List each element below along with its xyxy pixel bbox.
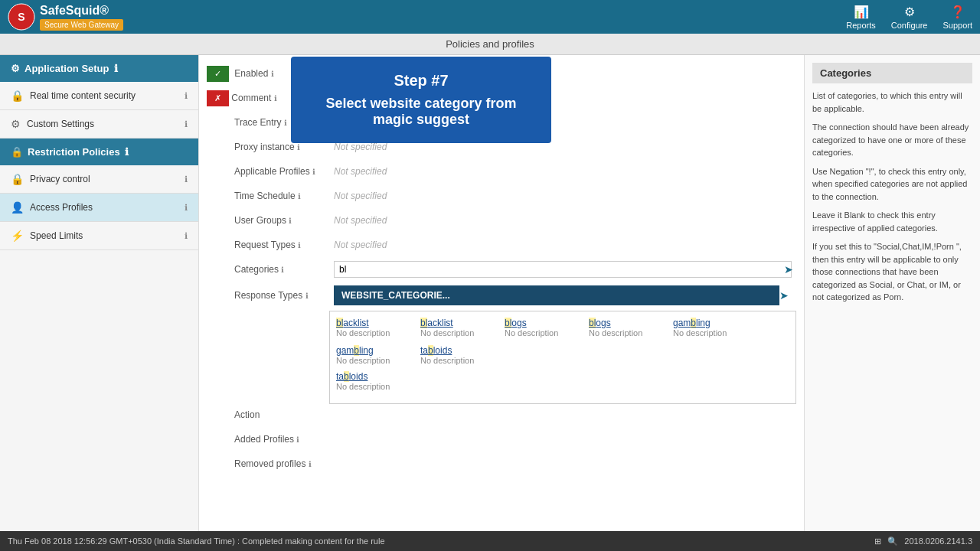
request-types-label: Request Types ℹ bbox=[207, 240, 329, 250]
suggestion-blacklist2[interactable]: blacklist No description bbox=[420, 318, 497, 337]
suggestion-blacklist1[interactable]: blacklist No description bbox=[336, 318, 413, 337]
added-profiles-label: Added Profiles ℹ bbox=[207, 434, 329, 445]
help-icon-sl: ℹ bbox=[185, 231, 188, 241]
category-dropdown-header[interactable]: WEBSITE_CATEGORIE... bbox=[334, 285, 779, 305]
applicable-profiles-help: ℹ bbox=[312, 168, 315, 176]
header-nav: 📊 Reports ⚙ Configure ❓ Support bbox=[846, 5, 972, 30]
category-suggestions: blacklist No description blacklist No de… bbox=[329, 311, 796, 404]
request-types-help: ℹ bbox=[298, 241, 301, 249]
trace-entry-help: ℹ bbox=[284, 119, 287, 127]
applicable-profiles-value: Not specified bbox=[329, 162, 796, 181]
action-row: Action bbox=[207, 404, 796, 425]
right-panel-para-1: List of categories, to which this entry … bbox=[812, 90, 972, 115]
categories-input[interactable] bbox=[334, 261, 792, 278]
right-panel-para-3: Use Negation "!", to check this entry on… bbox=[812, 165, 972, 204]
logo-sub: Secure Web Gateway bbox=[40, 19, 123, 31]
response-types-send-icon[interactable]: ➤ bbox=[779, 289, 789, 302]
help-icon-pc: ℹ bbox=[185, 174, 188, 184]
user-groups-row: User Groups ℹ Not specified bbox=[207, 210, 796, 231]
status-icon-1[interactable]: ⊞ bbox=[874, 536, 881, 546]
categories-send-icon[interactable]: ➤ bbox=[784, 263, 793, 276]
request-types-row: Request Types ℹ Not specified bbox=[207, 234, 796, 256]
suggestion-gambling1[interactable]: gambling No description bbox=[673, 318, 750, 337]
response-types-label: Response Types ℹ bbox=[207, 290, 329, 301]
removed-profiles-value bbox=[329, 455, 796, 473]
header: S SafeSquid® Secure Web Gateway 📊 Report… bbox=[0, 0, 980, 34]
time-schedule-help: ℹ bbox=[298, 192, 301, 201]
suggestion-row-2: tabloids No description bbox=[336, 371, 789, 391]
right-panel-title: Categories bbox=[812, 63, 972, 83]
logo-icon: S bbox=[8, 3, 35, 31]
suggestion-blogs2[interactable]: blogs No description bbox=[589, 318, 665, 337]
right-panel-para-4: Leave it Blank to check this entry irres… bbox=[812, 209, 972, 234]
user-groups-help: ℹ bbox=[289, 217, 292, 225]
sidebar: ⚙ Application Setup ℹ 🔒 Real time conten… bbox=[0, 55, 199, 531]
added-profiles-value bbox=[329, 430, 796, 448]
page-title: Policies and profiles bbox=[446, 38, 534, 50]
sidebar-item-privacy-control[interactable]: 🔒 Privacy control ℹ bbox=[0, 165, 198, 194]
right-panel: Categories List of categories, to which … bbox=[804, 55, 980, 531]
comment-icon[interactable]: ✗ bbox=[207, 90, 229, 106]
tooltip-step: Step #7 bbox=[314, 72, 528, 90]
sidebar-item-custom-settings[interactable]: ⚙ Custom Settings ℹ bbox=[0, 110, 198, 139]
right-panel-para-5: If you set this to "Social,Chat,IM,!Porn… bbox=[812, 240, 972, 304]
categories-help: ℹ bbox=[281, 266, 284, 274]
sidebar-item-speed-limits[interactable]: ⚡ Speed Limits ℹ bbox=[0, 222, 198, 250]
comment-help: ℹ bbox=[274, 94, 277, 103]
applicable-profiles-row: Applicable Profiles ℹ Not specified bbox=[207, 161, 796, 182]
help-icon-cs: ℹ bbox=[185, 119, 188, 129]
request-types-value: Not specified bbox=[329, 236, 796, 254]
status-text: Thu Feb 08 2018 12:56:29 GMT+0530 (India… bbox=[8, 536, 385, 546]
help-icon-rp: ℹ bbox=[125, 146, 129, 158]
categories-value[interactable]: ➤ bbox=[329, 259, 796, 280]
removed-profiles-label: Removed profiles ℹ bbox=[207, 458, 329, 469]
sidebar-item-access-profiles[interactable]: 👤 Access Profiles ℹ bbox=[0, 194, 198, 222]
real-time-icon: 🔒 bbox=[11, 90, 24, 102]
sidebar-item-real-time-content-security[interactable]: 🔒 Real time content security ℹ bbox=[0, 82, 198, 110]
time-schedule-value: Not specified bbox=[329, 187, 796, 205]
status-bar-right: ⊞ 🔍 2018.0206.2141.3 bbox=[874, 536, 972, 546]
custom-settings-icon: ⚙ bbox=[11, 118, 21, 130]
speed-limits-icon: ⚡ bbox=[11, 230, 24, 242]
nav-support[interactable]: ❓ Support bbox=[942, 5, 972, 30]
categories-label: Categories ℹ bbox=[207, 264, 329, 275]
proxy-instance-help: ℹ bbox=[297, 143, 300, 152]
restriction-policies-icon: 🔒 bbox=[11, 146, 23, 158]
nav-configure[interactable]: ⚙ Configure bbox=[891, 5, 928, 30]
configure-icon: ⚙ bbox=[891, 5, 928, 19]
time-schedule-row: Time Schedule ℹ Not specified bbox=[207, 185, 796, 207]
help-icon: ℹ bbox=[114, 63, 118, 74]
suggestion-gambling2[interactable]: gambling No description bbox=[336, 345, 413, 365]
svg-text:S: S bbox=[18, 11, 24, 23]
response-types-row: Response Types ℹ WEBSITE_CATEGORIE... ➤ bbox=[207, 283, 796, 404]
response-types-label-row: Response Types ℹ WEBSITE_CATEGORIE... ➤ bbox=[207, 283, 796, 308]
removed-profiles-help: ℹ bbox=[309, 460, 312, 468]
sidebar-section-restriction-policies[interactable]: 🔒 Restriction Policies ℹ bbox=[0, 139, 198, 165]
logo-text: SafeSquid® bbox=[40, 4, 109, 17]
user-groups-value: Not specified bbox=[329, 211, 796, 230]
sidebar-section-application-setup[interactable]: ⚙ Application Setup ℹ bbox=[0, 55, 198, 82]
action-value bbox=[329, 406, 796, 424]
title-bar: Policies and profiles bbox=[0, 34, 980, 55]
tooltip-text: Select website category from magic sugge… bbox=[314, 96, 528, 128]
removed-profiles-row: Removed profiles ℹ bbox=[207, 453, 796, 474]
added-profiles-help: ℹ bbox=[296, 435, 299, 444]
status-icon-2[interactable]: 🔍 bbox=[887, 536, 898, 546]
suggestion-tabloids1[interactable]: tabloids No description bbox=[420, 345, 497, 365]
access-profiles-icon: 👤 bbox=[11, 201, 24, 214]
right-panel-para-2: The connection should have been already … bbox=[812, 121, 972, 159]
proxy-instance-label: Proxy instance ℹ bbox=[207, 142, 329, 152]
user-groups-label: User Groups ℹ bbox=[207, 215, 329, 226]
privacy-control-icon: 🔒 bbox=[11, 173, 24, 185]
nav-reports[interactable]: 📊 Reports bbox=[846, 5, 876, 30]
time-schedule-label: Time Schedule ℹ bbox=[207, 191, 329, 201]
suggestion-tabloids2[interactable]: tabloids No description bbox=[336, 371, 413, 391]
response-types-value: WEBSITE_CATEGORIE... ➤ bbox=[329, 283, 796, 308]
help-icon-ap: ℹ bbox=[185, 203, 188, 213]
version-text: 2018.0206.2141.3 bbox=[904, 536, 972, 546]
suggestion-blogs1[interactable]: blogs No description bbox=[505, 318, 581, 337]
tooltip-overlay: Step #7 Select website category from mag… bbox=[291, 57, 551, 143]
response-types-help: ℹ bbox=[305, 292, 309, 300]
support-icon: ❓ bbox=[942, 5, 972, 19]
enabled-checkbox[interactable]: ✓ bbox=[207, 66, 229, 82]
